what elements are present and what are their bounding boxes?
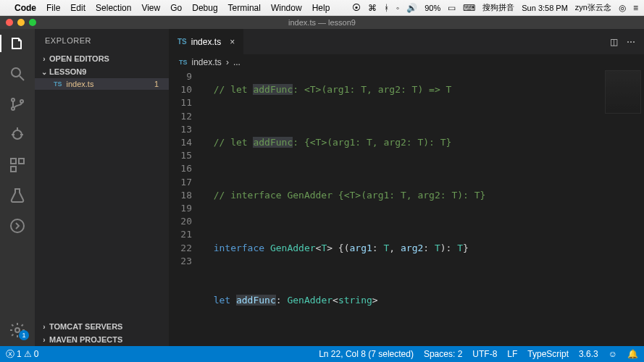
activity-search[interactable] bbox=[9, 65, 26, 83]
code-editor[interactable]: 9 10 11 12 13 14 15 16 17 18 19 20 21 22… bbox=[169, 70, 644, 346]
clock[interactable]: Sun 3:58 PM bbox=[522, 4, 568, 12]
user-name[interactable]: zyn张云念 bbox=[575, 2, 611, 13]
tomcat-label: TOMCAT SERVERS bbox=[49, 322, 122, 331]
menu-edit[interactable]: Edit bbox=[70, 3, 85, 13]
sound-icon[interactable]: 🔊 bbox=[406, 3, 417, 13]
svg-point-13 bbox=[15, 328, 20, 332]
line-number: 17 bbox=[169, 176, 192, 189]
typescript-icon: TS bbox=[177, 38, 187, 46]
traffic-close-icon[interactable] bbox=[6, 19, 13, 26]
line-number: 10 bbox=[169, 83, 192, 96]
maven-section[interactable]: › MAVEN PROJECTS bbox=[35, 333, 169, 346]
line-number: 23 bbox=[169, 255, 192, 268]
svg-line-1 bbox=[20, 76, 24, 80]
status-language[interactable]: TypeScript bbox=[527, 349, 569, 359]
activity-bar: 1 bbox=[0, 29, 35, 346]
breadcrumbs[interactable]: TS index.ts › ... bbox=[169, 54, 644, 70]
menu-file[interactable]: File bbox=[46, 3, 60, 13]
svg-point-4 bbox=[20, 100, 23, 103]
breadcrumb-symbol[interactable]: ... bbox=[233, 57, 241, 67]
chevron-right-icon: › bbox=[39, 336, 49, 344]
error-count: 1 bbox=[17, 349, 22, 359]
breadcrumb-file[interactable]: index.ts bbox=[192, 57, 222, 67]
sidebar-title: EXPLORER bbox=[35, 29, 169, 52]
search-icon bbox=[9, 65, 26, 83]
status-ts-version[interactable]: 3.6.3 bbox=[579, 349, 598, 359]
line-number: 21 bbox=[169, 228, 192, 241]
line-number: 12 bbox=[169, 110, 192, 123]
file-problems-badge: 1 bbox=[154, 80, 159, 88]
breadcrumb-separator-icon: › bbox=[226, 57, 229, 67]
menu-icon[interactable]: ≡ bbox=[633, 3, 638, 13]
activity-debug[interactable] bbox=[9, 126, 26, 143]
line-number: 9 bbox=[169, 70, 192, 83]
chevron-down-icon: ⌄ bbox=[39, 68, 49, 76]
git-branch-icon bbox=[9, 96, 26, 113]
menu-view[interactable]: View bbox=[141, 3, 160, 13]
remote-icon bbox=[9, 217, 26, 235]
svg-point-3 bbox=[12, 107, 14, 110]
menu-debug[interactable]: Debug bbox=[192, 3, 217, 13]
wifi-icon[interactable]: ◦ bbox=[396, 3, 399, 13]
ime-label[interactable]: 搜狗拼音 bbox=[482, 2, 514, 13]
line-number: 22 bbox=[169, 242, 192, 255]
traffic-zoom-icon[interactable] bbox=[29, 19, 36, 26]
line-number: 14 bbox=[169, 136, 192, 149]
activity-remote[interactable] bbox=[9, 217, 26, 235]
battery-icon[interactable]: ▭ bbox=[448, 3, 456, 13]
typescript-icon: TS bbox=[179, 59, 188, 66]
status-cursor[interactable]: Ln 22, Col 8 (7 selected) bbox=[319, 349, 414, 359]
activity-scm[interactable] bbox=[9, 96, 26, 113]
menu-go[interactable]: Go bbox=[170, 3, 182, 13]
folder-section[interactable]: ⌄ LESSON9 bbox=[35, 65, 169, 78]
extensions-icon bbox=[9, 156, 26, 174]
ime-icon[interactable]: ⌨ bbox=[463, 3, 475, 13]
line-number: 18 bbox=[169, 189, 192, 202]
siri-icon[interactable]: ◎ bbox=[619, 3, 626, 13]
activity-explorer[interactable] bbox=[9, 35, 26, 52]
window-titlebar: index.ts — lesson9 bbox=[0, 16, 644, 29]
file-name: index.ts bbox=[67, 80, 94, 88]
tab-index-ts[interactable]: TS index.ts × bbox=[169, 29, 244, 54]
bluetooth-icon[interactable]: ᚼ bbox=[384, 3, 389, 13]
line-number: 20 bbox=[169, 215, 192, 228]
warning-count: 0 bbox=[34, 349, 39, 359]
svg-rect-10 bbox=[19, 159, 24, 164]
settings-badge: 1 bbox=[19, 330, 29, 340]
camera-icon[interactable]: ⌘ bbox=[368, 3, 377, 13]
tab-label: index.ts bbox=[191, 37, 221, 47]
window-title: index.ts — lesson9 bbox=[288, 18, 356, 27]
editor-tabs: TS index.ts × ◫ ⋯ bbox=[169, 29, 644, 54]
menu-terminal[interactable]: Terminal bbox=[228, 3, 261, 13]
activity-extensions[interactable] bbox=[9, 156, 26, 174]
menu-help[interactable]: Help bbox=[312, 3, 330, 13]
tomcat-section[interactable]: › TOMCAT SERVERS bbox=[35, 320, 169, 333]
line-number: 13 bbox=[169, 123, 192, 136]
file-item-index-ts[interactable]: TS index.ts 1 bbox=[35, 78, 169, 90]
chevron-right-icon: › bbox=[39, 323, 49, 331]
menu-window[interactable]: Window bbox=[271, 3, 302, 13]
more-actions-icon[interactable]: ⋯ bbox=[627, 37, 635, 47]
status-spaces[interactable]: Spaces: 2 bbox=[424, 349, 462, 359]
status-errors[interactable]: ⓧ1 ⚠0 bbox=[6, 348, 38, 361]
svg-rect-9 bbox=[11, 159, 16, 164]
status-eol[interactable]: LF bbox=[507, 349, 517, 359]
split-editor-icon[interactable]: ◫ bbox=[610, 37, 618, 47]
macos-menubar: Code File Edit Selection View Go Debug T… bbox=[0, 0, 644, 16]
spotlight-icon[interactable]: ⦿ bbox=[352, 3, 361, 13]
svg-point-0 bbox=[12, 68, 20, 77]
status-bell-icon[interactable]: 🔔 bbox=[627, 349, 638, 359]
menu-selection[interactable]: Selection bbox=[96, 3, 131, 13]
app-name[interactable]: Code bbox=[14, 3, 36, 13]
activity-test[interactable] bbox=[9, 187, 26, 204]
traffic-minimize-icon[interactable] bbox=[17, 19, 25, 26]
tab-close-icon[interactable]: × bbox=[230, 37, 235, 47]
svg-rect-11 bbox=[11, 167, 16, 172]
code-lines[interactable]: // let addFunc: <T>(arg1: T, arg2: T) =>… bbox=[202, 70, 644, 346]
bug-icon bbox=[9, 126, 26, 143]
status-feedback-icon[interactable]: ☺ bbox=[609, 349, 617, 359]
open-editors-section[interactable]: › OPEN EDITORS bbox=[35, 52, 169, 65]
status-encoding[interactable]: UTF-8 bbox=[472, 349, 497, 359]
activity-settings[interactable]: 1 bbox=[9, 321, 26, 339]
minimap[interactable] bbox=[605, 70, 641, 114]
